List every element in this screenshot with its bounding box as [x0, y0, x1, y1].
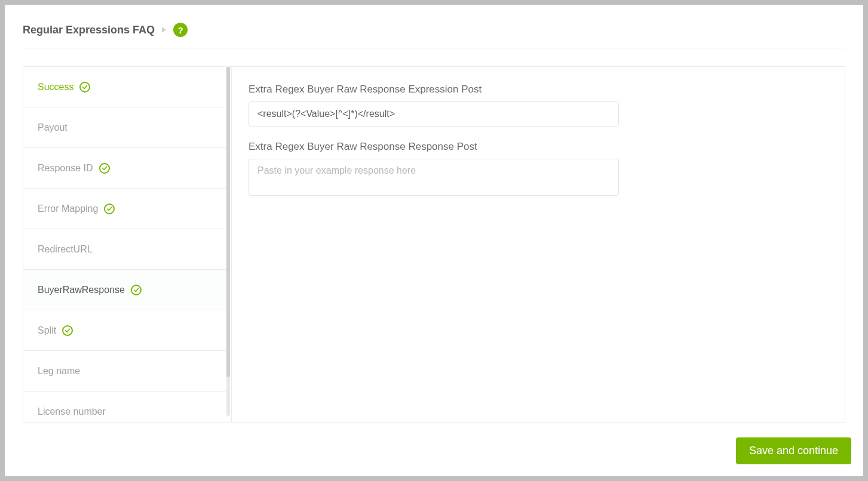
expression-field-group: Extra Regex Buyer Raw Response Expressio… — [249, 84, 619, 127]
sidebar-item-response-id[interactable]: Response ID — [23, 148, 226, 189]
sidebar-item-license-number[interactable]: License number — [23, 391, 226, 422]
sidebar-item-success[interactable]: Success — [23, 67, 226, 107]
sidebar-item-payout[interactable]: Payout — [23, 107, 226, 148]
config-window: Regular Expressions FAQ ? SuccessPayoutR… — [5, 5, 863, 476]
sidebar-scroll[interactable]: SuccessPayoutResponse IDError MappingRed… — [23, 67, 226, 422]
response-label: Extra Regex Buyer Raw Response Response … — [249, 141, 619, 153]
sidebar-item-label: Error Mapping — [38, 204, 98, 214]
check-circle-icon — [104, 204, 115, 214]
sidebar-item-split[interactable]: Split — [23, 310, 226, 351]
response-textarea[interactable] — [249, 159, 619, 196]
content-area: SuccessPayoutResponse IDError MappingRed… — [23, 66, 845, 423]
caret-right-icon — [162, 27, 166, 33]
response-field-group: Extra Regex Buyer Raw Response Response … — [249, 141, 619, 198]
sidebar-item-label: BuyerRawResponse — [38, 285, 125, 295]
sidebar-item-label: Success — [38, 82, 73, 92]
scrollbar-thumb[interactable] — [226, 67, 230, 377]
sidebar-item-label: Leg name — [38, 366, 80, 376]
page-title: Regular Expressions FAQ — [23, 24, 155, 36]
sidebar-item-label: License number — [38, 407, 106, 417]
sidebar-item-label: Payout — [38, 123, 68, 132]
sidebar-item-label: Split — [38, 326, 56, 335]
page-header: Regular Expressions FAQ ? — [23, 23, 845, 48]
check-circle-icon — [99, 163, 110, 174]
scrollbar-track[interactable] — [226, 67, 230, 416]
sidebar: SuccessPayoutResponse IDError MappingRed… — [23, 67, 226, 422]
help-icon[interactable]: ? — [173, 23, 188, 37]
sidebar-item-label: Response ID — [38, 164, 93, 173]
expression-input[interactable] — [249, 101, 619, 127]
check-circle-icon — [62, 325, 73, 336]
sidebar-item-label: RedirectURL — [38, 245, 93, 254]
sidebar-item-leg-name[interactable]: Leg name — [23, 351, 226, 391]
expression-label: Extra Regex Buyer Raw Response Expressio… — [249, 84, 619, 95]
check-circle-icon — [131, 285, 142, 295]
check-circle-icon — [79, 82, 90, 92]
save-and-continue-button[interactable]: Save and continue — [736, 437, 851, 464]
sidebar-item-error-mapping[interactable]: Error Mapping — [23, 189, 226, 229]
sidebar-item-buyerrawresponse[interactable]: BuyerRawResponse — [23, 270, 226, 310]
sidebar-item-redirecturl[interactable]: RedirectURL — [23, 229, 226, 270]
main-panel: Extra Regex Buyer Raw Response Expressio… — [231, 67, 845, 422]
